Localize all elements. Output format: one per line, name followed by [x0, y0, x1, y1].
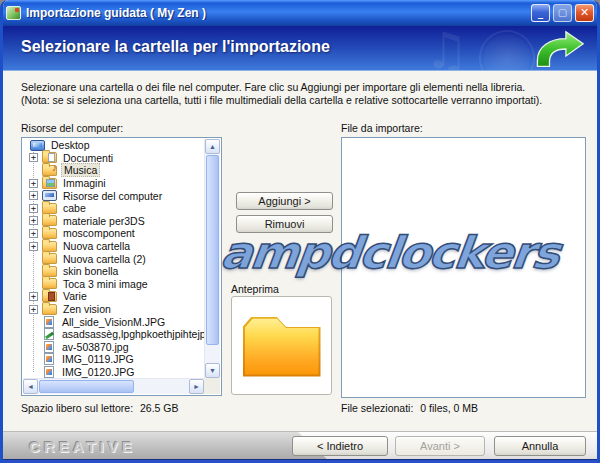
minimize-button[interactable]: _ — [531, 4, 550, 22]
scrollbar-corner — [204, 378, 220, 394]
folder-pictures-icon — [42, 178, 57, 189]
wizard-header: ♫ Selezionare la cartella per l'importaz… — [3, 26, 597, 71]
tree-item[interactable]: av-503870.jpg — [23, 341, 204, 354]
music-note-decoration-icon: ♫ — [424, 26, 469, 71]
desktop-icon — [30, 140, 45, 151]
tree-item-label: materiale per3DS — [61, 215, 147, 227]
tree-item-label: IMG_0119.JPG — [60, 353, 136, 365]
tree-item-label: IMG_0120.JPG — [60, 366, 136, 378]
tree-expand-icon[interactable]: + — [29, 191, 38, 200]
tree-item-label: All_side_VisionM.JPG — [60, 316, 167, 328]
image-file-icon — [44, 353, 54, 365]
folder-icon — [42, 203, 57, 214]
image-file-icon — [44, 341, 54, 353]
folder-preview-icon — [243, 315, 321, 377]
tree-item[interactable]: + moscomponent — [23, 227, 204, 240]
tree-item[interactable]: Nuova cartella (2) — [23, 252, 204, 265]
film-reel-decoration-icon — [479, 30, 535, 71]
tree-item[interactable]: + materiale per3DS — [23, 215, 204, 228]
folder-icon — [42, 253, 57, 264]
tree-item-label: Documenti — [61, 152, 115, 164]
folder-icon — [42, 215, 57, 226]
tree-item[interactable]: skin bonella — [23, 265, 204, 278]
folder-icon — [42, 278, 57, 289]
scroll-right-icon[interactable]: ► — [189, 379, 204, 394]
next-button: Avanti > — [395, 436, 485, 456]
tree-item-label: Desktop — [49, 139, 92, 151]
selected-files-status: File selezionati: 0 files, 0 MB — [341, 402, 478, 414]
tree-item[interactable]: + Nuova cartella — [23, 240, 204, 253]
cancel-button[interactable]: Annulla — [494, 436, 586, 456]
scroll-down-icon[interactable]: ▼ — [205, 363, 220, 378]
import-wizard-window: Importazione guidata ( My Zen ) _ ▢ ✕ ♫ … — [0, 0, 600, 463]
tree-expand-icon[interactable]: + — [29, 229, 38, 238]
tree-horizontal-scrollbar[interactable]: ◄ ► — [23, 378, 204, 394]
vertical-scroll-thumb[interactable] — [206, 155, 219, 345]
tree-item[interactable]: + Risorse del computer — [23, 189, 204, 202]
tree-expand-icon[interactable]: + — [29, 216, 38, 225]
remove-button[interactable]: Rimuovi — [236, 215, 333, 233]
tree-expand-icon[interactable]: + — [29, 305, 38, 314]
window-title: Importazione guidata ( My Zen ) — [26, 6, 528, 20]
tree-item[interactable]: + Documenti — [23, 152, 204, 165]
tree-item-label: Nuova cartella (2) — [61, 253, 148, 265]
tree-item[interactable]: + Immagini — [23, 177, 204, 190]
import-file-list[interactable] — [341, 137, 586, 398]
tree-item[interactable]: Musica — [23, 164, 204, 177]
preview-label: Anteprima — [231, 283, 279, 295]
tree-item[interactable]: IMG_0120.JPG — [23, 366, 204, 378]
scroll-left-icon[interactable]: ◄ — [23, 379, 38, 394]
tree-item-label: Immagini — [61, 177, 108, 189]
tree-item-label: Musica — [61, 163, 100, 177]
tree-item-label: Zen vision — [61, 303, 113, 315]
add-button[interactable]: Aggiungi > — [236, 192, 333, 210]
tree-expand-icon[interactable]: + — [29, 292, 38, 301]
files-to-import-label: File da importare: — [341, 122, 423, 134]
free-space-label: Spazio libero sul lettore: — [21, 402, 133, 414]
tree-expand-icon[interactable]: + — [29, 242, 38, 251]
title-bar[interactable]: Importazione guidata ( My Zen ) _ ▢ ✕ — [0, 0, 600, 26]
folder-icon — [42, 266, 57, 277]
tree-item-label: skin bonella — [61, 265, 120, 277]
image-file-icon — [44, 316, 54, 328]
scroll-up-icon[interactable]: ▲ — [205, 139, 220, 154]
wizard-body: Selezionare una cartella o dei file nel … — [3, 71, 597, 431]
close-button[interactable]: ✕ — [575, 4, 594, 22]
tree-item[interactable]: asadsassèg,lpghpkoethjpihtejpihphte. — [23, 328, 204, 341]
selected-files-value: 0 files, 0 MB — [420, 402, 478, 414]
tree-item[interactable]: IMG_0119.JPG — [23, 353, 204, 366]
tree-item-label: asadsassèg,lpghpkoethjpihtejpihphte. — [60, 328, 204, 340]
tree-item[interactable]: Desktop — [23, 139, 204, 152]
tree-item[interactable]: + Zen vision — [23, 303, 204, 316]
creative-logo-panel: CREATIVE — [3, 432, 328, 460]
free-space-value: 26.5 GB — [140, 402, 179, 414]
folder-icon — [42, 241, 57, 252]
tree-expand-icon[interactable]: + — [29, 179, 38, 188]
instruction-line-1: Selezionare una cartella o dei file nel … — [21, 81, 525, 93]
tree-item-label: Varie — [61, 290, 89, 302]
tree-item[interactable]: + Varie — [23, 290, 204, 303]
folder-tree[interactable]: Desktop + Documenti Musica + Immagini + … — [21, 137, 222, 396]
app-icon — [6, 6, 21, 20]
tree-item[interactable]: Toca 3 mini image — [23, 278, 204, 291]
back-button[interactable]: < Indietro — [292, 436, 388, 456]
image-file-icon — [44, 366, 54, 378]
tree-item[interactable]: All_side_VisionM.JPG — [23, 315, 204, 328]
creative-logo: CREATIVE — [29, 438, 136, 455]
free-space-status: Spazio libero sul lettore: 26.5 GB — [21, 402, 179, 414]
instruction-line-2: (Nota: se si seleziona una cartella, tut… — [21, 94, 542, 106]
tree-expand-icon[interactable]: + — [29, 204, 38, 213]
shortcut-file-icon — [44, 328, 54, 340]
folder-varie-icon — [42, 291, 57, 302]
computer-resources-label: Risorse del computer: — [21, 122, 123, 134]
maximize-button: ▢ — [553, 4, 572, 22]
selected-files-label: File selezionati: — [341, 402, 413, 414]
tree-item[interactable]: + cabe — [23, 202, 204, 215]
horizontal-scroll-thumb[interactable] — [39, 380, 134, 393]
tree-expand-icon[interactable]: + — [29, 153, 38, 162]
green-arrow-icon — [533, 30, 585, 68]
tree-item-label: cabe — [61, 202, 88, 214]
tree-vertical-scrollbar[interactable]: ▲ ▼ — [204, 139, 220, 378]
page-title: Selezionare la cartella per l'importazio… — [21, 38, 330, 56]
tree-item-label: Toca 3 mini image — [61, 278, 150, 290]
